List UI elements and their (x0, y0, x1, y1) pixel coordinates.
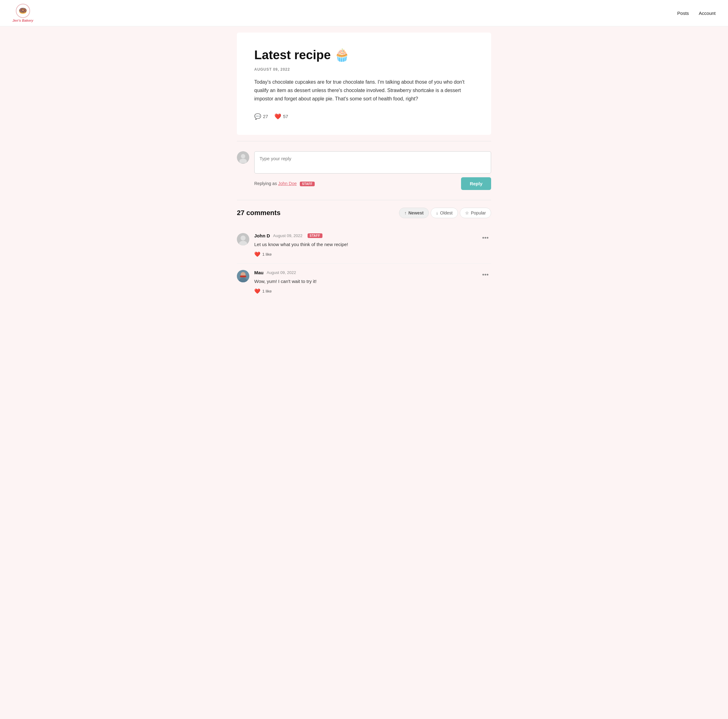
reply-composer (237, 151, 491, 174)
comment-item: John D August 09, 2022 STAFF Let us know… (237, 227, 491, 264)
logo-icon: 🍩 (16, 4, 30, 18)
comment-meta-johnd: John D August 09, 2022 STAFF (254, 233, 491, 238)
sort-popular-label: Popular (471, 211, 486, 215)
sort-newest-button[interactable]: ↑ Newest (399, 208, 429, 218)
comment-date-mau: August 09, 2022 (267, 270, 296, 275)
post-title-emoji: 🧁 (334, 48, 350, 62)
comments-header: 27 comments ↑ Newest ↓ Oldest ☆ Popular (237, 208, 491, 218)
sort-popular-button[interactable]: ☆ Popular (460, 208, 491, 218)
comment-stat: 💬 27 (254, 113, 268, 120)
site-logo[interactable]: 🍩 Jen's Bakery (12, 4, 33, 22)
sort-oldest-button[interactable]: ↓ Oldest (431, 208, 457, 218)
sort-popular-icon: ☆ (465, 211, 469, 215)
svg-rect-8 (240, 276, 246, 277)
sort-newest-icon: ↑ (404, 211, 407, 215)
svg-point-4 (241, 235, 246, 241)
comment-more-button-johnd[interactable]: ••• (480, 233, 491, 243)
comment-staff-badge-johnd: STAFF (307, 234, 323, 238)
comment-icon: 💬 (254, 113, 261, 120)
comment-content-mau: Mau August 09, 2022 Wow, yum! I can't wa… (254, 270, 491, 294)
replying-as-user-link[interactable]: John Doe (278, 181, 297, 186)
reply-input[interactable] (254, 151, 491, 174)
sort-newest-label: Newest (408, 211, 424, 215)
comment-author-mau: Mau (254, 270, 263, 275)
logo-text: Jen's Bakery (12, 18, 33, 22)
sort-oldest-icon: ↓ (436, 211, 438, 215)
comment-date-johnd: August 09, 2022 (273, 234, 303, 238)
reply-section: Replying as John Doe STAFF Reply (237, 141, 491, 200)
svg-point-1 (241, 154, 245, 158)
comment-text-mau: Wow, yum! I can't wait to try it! (254, 278, 491, 285)
nav-account-link[interactable]: Account (699, 11, 716, 16)
comment-meta-mau: Mau August 09, 2022 (254, 270, 491, 275)
comment-content-johnd: John D August 09, 2022 STAFF Let us know… (254, 233, 491, 257)
comment-heart-icon-johnd: ❤️ (254, 251, 260, 257)
comment-heart-icon-mau: ❤️ (254, 288, 260, 294)
heart-icon: ❤️ (274, 113, 281, 120)
nav-posts-link[interactable]: Posts (677, 11, 689, 16)
post-stats: 💬 27 ❤️ 57 (254, 113, 474, 120)
comment-like-count-johnd: 1 like (262, 252, 272, 256)
post-body: Today's chocolate cupcakes are for true … (254, 78, 474, 103)
comment-item-mau: Mau August 09, 2022 Wow, yum! I can't wa… (237, 264, 491, 300)
comments-section: 27 comments ↑ Newest ↓ Oldest ☆ Popular (237, 200, 491, 313)
replying-as: Replying as John Doe STAFF (254, 181, 315, 186)
comment-avatar-johnd (237, 233, 249, 246)
comment-likes-johnd: ❤️ 1 like (254, 251, 491, 257)
nav-links: Posts Account (677, 11, 716, 16)
comment-like-count-mau: 1 like (262, 289, 272, 293)
reply-button[interactable]: Reply (461, 177, 491, 190)
navbar: 🍩 Jen's Bakery Posts Account (0, 0, 728, 26)
sort-options: ↑ Newest ↓ Oldest ☆ Popular (399, 208, 491, 218)
post-title: Latest recipe 🧁 (254, 47, 474, 62)
comment-avatar-mau (237, 270, 249, 282)
comment-likes-mau: ❤️ 1 like (254, 288, 491, 294)
reply-footer: Replying as John Doe STAFF Reply (237, 177, 491, 190)
sort-oldest-label: Oldest (440, 211, 453, 215)
comment-count: 27 (263, 114, 268, 119)
current-user-avatar (237, 151, 249, 163)
comments-count: 27 comments (237, 209, 281, 217)
like-count: 57 (283, 114, 288, 119)
post-date: AUGUST 09, 2022 (254, 67, 474, 72)
post-card: Latest recipe 🧁 AUGUST 09, 2022 Today's … (237, 32, 491, 135)
like-stat: ❤️ 57 (274, 113, 288, 120)
comment-text-johnd: Let us know what you think of the new re… (254, 241, 491, 248)
comment-author-johnd: John D (254, 233, 270, 238)
comment-more-button-mau[interactable]: ••• (480, 270, 491, 279)
staff-badge: STAFF (300, 182, 315, 186)
